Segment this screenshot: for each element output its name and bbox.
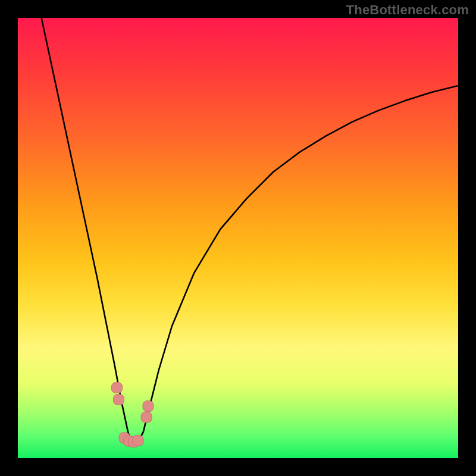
- curve-marker: [114, 394, 124, 405]
- curve-marker: [129, 437, 139, 447]
- curve-marker: [133, 435, 143, 446]
- chart-svg: [18, 18, 458, 458]
- curve-marker: [112, 383, 123, 393]
- chart-frame: TheBottleneck.com: [0, 0, 476, 476]
- watermark-label: TheBottleneck.com: [346, 2, 469, 18]
- curve-marker: [141, 412, 152, 422]
- plot-area: [18, 18, 458, 458]
- curve-marker: [119, 433, 130, 443]
- curve-marker: [143, 401, 154, 412]
- markers-group: [112, 383, 154, 447]
- bottleneck-curve: [18, 18, 458, 445]
- curve-marker: [124, 436, 134, 446]
